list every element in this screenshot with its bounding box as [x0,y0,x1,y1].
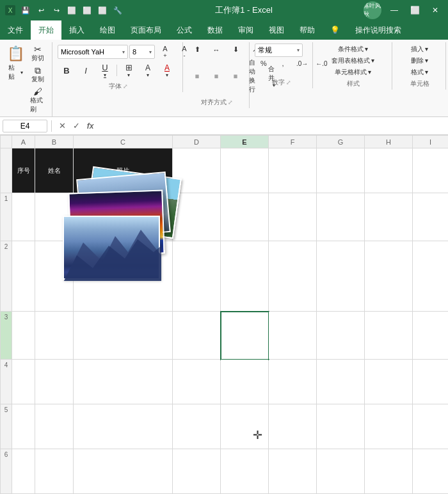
cell-A3[interactable] [12,241,35,312]
cell-E4[interactable] [221,312,269,360]
menu-draw[interactable]: 绘图 [92,20,123,40]
cell-F7[interactable] [269,449,317,494]
cell-G7[interactable] [317,449,365,494]
cell-G1[interactable] [317,148,365,193]
menu-formula[interactable]: 公式 [169,20,200,40]
cell-D6[interactable] [173,404,221,449]
align-middle-btn[interactable]: ↔ [207,44,225,56]
font-color-button[interactable]: A ▾ [158,61,176,80]
cut-button[interactable]: ✂剪切 [28,44,48,64]
col-F-header[interactable]: F [269,136,317,148]
photo-card-4[interactable] [63,216,160,280]
delete-cells-btn[interactable]: 删除 ▾ [397,55,442,67]
format-cells-btn[interactable]: 格式 ▾ [397,67,442,78]
font-increase-btn[interactable]: A+ [156,44,174,60]
cell-F2[interactable] [269,193,317,241]
align-center-btn[interactable]: ≡ [207,70,225,82]
col-B-header[interactable]: B [35,136,74,148]
conditional-format-btn[interactable]: 条件格式 ▾ [318,44,388,55]
cell-C6[interactable] [74,404,173,449]
cell-E5[interactable] [221,360,269,404]
cell-D3[interactable] [173,241,221,312]
italic-button[interactable]: I [77,64,95,77]
cell-G3[interactable] [317,241,365,312]
font-size-selector[interactable]: 8 ▾ [129,45,155,59]
cell-E1[interactable] [221,148,269,193]
align-left-btn[interactable]: ≡ [188,70,206,82]
cell-A7[interactable] [12,449,35,494]
bold-button[interactable]: B [58,64,76,77]
percent-format-btn[interactable]: % [255,58,273,69]
qa-extra1[interactable]: ⬜ [65,4,78,17]
cell-G4[interactable] [317,312,365,360]
col-A-header[interactable]: A [12,136,35,148]
redo-btn[interactable]: ↪ [50,4,63,17]
cell-A5[interactable] [12,360,35,404]
cell-A4[interactable] [12,312,35,360]
insert-cells-btn[interactable]: 插入 ▾ [397,44,442,55]
col-E-header[interactable]: E [221,136,269,148]
cell-D7[interactable] [173,449,221,494]
save-btn[interactable]: 💾 [19,4,32,17]
menu-lightbulb[interactable]: 💡 [323,20,348,40]
cell-I4[interactable] [413,312,449,360]
paste-button[interactable]: 📋 粘贴▾ [5,44,26,83]
cell-D5[interactable] [173,360,221,404]
cell-C4[interactable] [74,312,173,360]
cell-A2[interactable] [12,193,35,241]
cell-G5[interactable] [317,360,365,404]
cell-H3[interactable] [365,241,413,312]
menu-insert[interactable]: 插入 [61,20,92,40]
cell-D2[interactable] [173,193,221,241]
menu-home[interactable]: 开始 [31,20,61,40]
menu-layout[interactable]: 页面布局 [123,20,169,40]
cell-A1[interactable]: 序号 [12,148,35,193]
cell-F5[interactable] [269,360,317,404]
menu-review[interactable]: 审阅 [230,20,261,40]
cell-G2[interactable] [317,193,365,241]
cell-C5[interactable] [74,360,173,404]
menu-search[interactable]: 操作说明搜索 [348,20,409,40]
formula-fx-btn[interactable]: fx [84,120,97,132]
increase-decimal-btn[interactable]: .0→ [293,58,311,69]
cell-I3[interactable] [413,241,449,312]
menu-file[interactable]: 文件 [0,20,31,40]
comma-format-btn[interactable]: , [274,58,292,69]
cell-H7[interactable] [365,449,413,494]
underline-button[interactable]: U▾ [96,61,114,80]
cell-E3[interactable] [221,241,269,312]
menu-help[interactable]: 帮助 [292,20,323,40]
formula-cancel-btn[interactable]: ✕ [56,120,68,132]
cell-E2[interactable] [221,193,269,241]
cell-D4[interactable] [173,312,221,360]
cell-F1[interactable] [269,148,317,193]
col-C-header[interactable]: C [74,136,173,148]
cell-F6[interactable] [269,404,317,449]
cell-reference-input[interactable] [3,120,47,132]
cell-G6[interactable] [317,404,365,449]
font-name-selector[interactable]: Microsoft YaH ▾ [58,45,128,59]
minimize-btn[interactable]: — [387,3,402,18]
copy-button[interactable]: ⧉复制 [28,65,48,85]
table-format-btn[interactable]: 套用表格格式 ▾ [318,55,388,67]
align-top-btn[interactable]: ⬆ [188,44,206,56]
align-bottom-btn[interactable]: ⬇ [227,44,244,56]
cell-I5[interactable] [413,360,449,404]
col-D-header[interactable]: D [173,136,221,148]
cell-C7[interactable] [74,449,173,494]
border-button[interactable]: ⊞▾ [120,61,138,80]
cell-H6[interactable] [365,404,413,449]
maximize-btn[interactable]: ⬜ [407,3,422,18]
cell-I1[interactable] [413,148,449,193]
cell-E7[interactable] [221,449,269,494]
cell-B4[interactable] [35,312,74,360]
cell-E6[interactable] [221,404,269,449]
col-G-header[interactable]: G [317,136,365,148]
cell-H4[interactable] [365,312,413,360]
cell-B1[interactable]: 姓名 [35,148,74,193]
close-btn[interactable]: ✕ [428,3,443,18]
cell-I2[interactable] [413,193,449,241]
number-format-selector[interactable]: 常规 ▾ [255,44,303,57]
fill-color-button[interactable]: A ▾ [139,61,157,80]
qa-extra2[interactable]: ⬜ [81,4,93,17]
